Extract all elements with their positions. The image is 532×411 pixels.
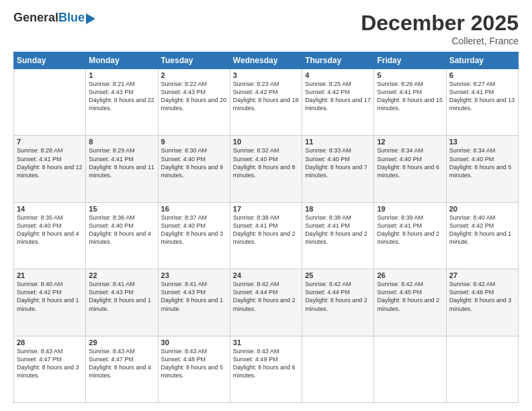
cell-info: Sunrise: 8:30 AMSunset: 4:40 PMDaylight:… — [161, 146, 227, 179]
calendar-cell — [374, 336, 446, 402]
col-sunday: Sunday — [14, 52, 86, 69]
cell-info: Sunrise: 8:43 AMSunset: 4:47 PMDaylight:… — [89, 347, 154, 380]
day-number: 8 — [89, 138, 154, 146]
day-number: 16 — [161, 205, 227, 213]
cell-info: Sunrise: 8:34 AMSunset: 4:40 PMDaylight:… — [377, 146, 443, 179]
cell-info: Sunrise: 8:42 AMSunset: 4:45 PMDaylight:… — [377, 280, 443, 313]
day-number: 21 — [17, 271, 83, 279]
cell-info: Sunrise: 8:22 AMSunset: 4:43 PMDaylight:… — [161, 80, 227, 113]
logo: General Blue — [13, 11, 95, 25]
day-number: 6 — [449, 71, 515, 79]
day-number: 4 — [305, 71, 371, 79]
day-number: 11 — [305, 138, 371, 146]
day-number: 27 — [449, 271, 515, 279]
cell-info: Sunrise: 8:34 AMSunset: 4:40 PMDaylight:… — [449, 146, 515, 179]
calendar-cell: 2Sunrise: 8:22 AMSunset: 4:43 PMDaylight… — [158, 69, 230, 136]
calendar-cell — [446, 336, 518, 402]
cell-info: Sunrise: 8:40 AMSunset: 4:42 PMDaylight:… — [449, 214, 515, 246]
cell-info: Sunrise: 8:43 AMSunset: 4:47 PMDaylight:… — [17, 347, 83, 380]
calendar-cell: 26Sunrise: 8:42 AMSunset: 4:45 PMDayligh… — [374, 269, 446, 336]
calendar-cell: 16Sunrise: 8:37 AMSunset: 4:40 PMDayligh… — [158, 202, 230, 269]
col-friday: Friday — [374, 52, 446, 69]
calendar-cell: 17Sunrise: 8:38 AMSunset: 4:41 PMDayligh… — [230, 202, 302, 269]
calendar-cell: 20Sunrise: 8:40 AMSunset: 4:42 PMDayligh… — [446, 202, 518, 269]
calendar-cell: 22Sunrise: 8:41 AMSunset: 4:43 PMDayligh… — [86, 269, 158, 336]
col-saturday: Saturday — [446, 52, 518, 69]
calendar-cell: 23Sunrise: 8:41 AMSunset: 4:43 PMDayligh… — [158, 269, 230, 336]
cell-info: Sunrise: 8:40 AMSunset: 4:42 PMDaylight:… — [17, 280, 83, 313]
location: Colleret, France — [361, 36, 519, 46]
calendar-cell: 9Sunrise: 8:30 AMSunset: 4:40 PMDaylight… — [158, 136, 230, 202]
col-thursday: Thursday — [302, 52, 374, 69]
cell-info: Sunrise: 8:29 AMSunset: 4:41 PMDaylight:… — [89, 146, 154, 179]
logo-blue: Blue — [58, 11, 85, 25]
calendar-cell: 28Sunrise: 8:43 AMSunset: 4:47 PMDayligh… — [14, 336, 86, 402]
calendar-cell: 13Sunrise: 8:34 AMSunset: 4:40 PMDayligh… — [446, 136, 518, 202]
calendar-cell: 27Sunrise: 8:42 AMSunset: 4:46 PMDayligh… — [446, 269, 518, 336]
calendar-cell: 31Sunrise: 8:43 AMSunset: 4:49 PMDayligh… — [230, 336, 302, 402]
calendar-week-0: 1Sunrise: 8:21 AMSunset: 4:43 PMDaylight… — [14, 69, 519, 136]
calendar-cell: 3Sunrise: 8:23 AMSunset: 4:42 PMDaylight… — [230, 69, 302, 136]
logo-general: General — [13, 11, 58, 25]
calendar-week-4: 28Sunrise: 8:43 AMSunset: 4:47 PMDayligh… — [14, 336, 519, 402]
calendar-cell: 10Sunrise: 8:32 AMSunset: 4:40 PMDayligh… — [230, 136, 302, 202]
calendar-week-2: 14Sunrise: 8:35 AMSunset: 4:40 PMDayligh… — [14, 202, 519, 269]
calendar-cell: 1Sunrise: 8:21 AMSunset: 4:43 PMDaylight… — [86, 69, 158, 136]
calendar-cell — [14, 69, 86, 136]
cell-info: Sunrise: 8:38 AMSunset: 4:41 PMDaylight:… — [305, 214, 371, 246]
calendar-cell: 19Sunrise: 8:39 AMSunset: 4:41 PMDayligh… — [374, 202, 446, 269]
calendar-cell: 14Sunrise: 8:35 AMSunset: 4:40 PMDayligh… — [14, 202, 86, 269]
col-monday: Monday — [86, 52, 158, 69]
day-number: 9 — [161, 138, 227, 146]
calendar-cell: 21Sunrise: 8:40 AMSunset: 4:42 PMDayligh… — [14, 269, 86, 336]
logo-arrow-icon — [86, 13, 95, 24]
cell-info: Sunrise: 8:38 AMSunset: 4:41 PMDaylight:… — [233, 214, 299, 246]
day-number: 3 — [233, 71, 299, 79]
calendar-cell: 30Sunrise: 8:43 AMSunset: 4:48 PMDayligh… — [158, 336, 230, 402]
day-number: 24 — [233, 271, 299, 279]
col-tuesday: Tuesday — [158, 52, 230, 69]
cell-info: Sunrise: 8:32 AMSunset: 4:40 PMDaylight:… — [233, 146, 299, 179]
day-number: 5 — [377, 71, 443, 79]
cell-info: Sunrise: 8:41 AMSunset: 4:43 PMDaylight:… — [89, 280, 154, 313]
cell-info: Sunrise: 8:41 AMSunset: 4:43 PMDaylight:… — [161, 280, 227, 313]
day-number: 31 — [233, 338, 299, 347]
day-number: 23 — [161, 271, 227, 279]
cell-info: Sunrise: 8:42 AMSunset: 4:44 PMDaylight:… — [233, 280, 299, 313]
cell-info: Sunrise: 8:23 AMSunset: 4:42 PMDaylight:… — [233, 80, 299, 113]
calendar-cell — [302, 336, 374, 402]
cell-info: Sunrise: 8:36 AMSunset: 4:40 PMDaylight:… — [89, 214, 154, 246]
day-number: 28 — [17, 338, 83, 347]
day-number: 15 — [89, 205, 154, 213]
day-number: 17 — [233, 205, 299, 213]
day-number: 26 — [377, 271, 443, 279]
calendar-cell: 11Sunrise: 8:33 AMSunset: 4:40 PMDayligh… — [302, 136, 374, 202]
calendar-cell: 29Sunrise: 8:43 AMSunset: 4:47 PMDayligh… — [86, 336, 158, 402]
day-number: 7 — [17, 138, 83, 146]
calendar-cell: 24Sunrise: 8:42 AMSunset: 4:44 PMDayligh… — [230, 269, 302, 336]
day-number: 19 — [377, 205, 443, 213]
day-number: 10 — [233, 138, 299, 146]
month-title: December 2025 — [361, 11, 519, 36]
day-number: 22 — [89, 271, 154, 279]
calendar: Sunday Monday Tuesday Wednesday Thursday… — [13, 52, 519, 403]
calendar-cell: 15Sunrise: 8:36 AMSunset: 4:40 PMDayligh… — [86, 202, 158, 269]
cell-info: Sunrise: 8:42 AMSunset: 4:46 PMDaylight:… — [449, 280, 515, 313]
calendar-cell: 5Sunrise: 8:26 AMSunset: 4:41 PMDaylight… — [374, 69, 446, 136]
calendar-cell: 7Sunrise: 8:28 AMSunset: 4:41 PMDaylight… — [14, 136, 86, 202]
day-number: 30 — [161, 338, 227, 347]
day-number: 29 — [89, 338, 154, 347]
calendar-week-1: 7Sunrise: 8:28 AMSunset: 4:41 PMDaylight… — [14, 136, 519, 202]
calendar-week-3: 21Sunrise: 8:40 AMSunset: 4:42 PMDayligh… — [14, 269, 519, 336]
calendar-cell: 4Sunrise: 8:25 AMSunset: 4:42 PMDaylight… — [302, 69, 374, 136]
calendar-cell: 6Sunrise: 8:27 AMSunset: 4:41 PMDaylight… — [446, 69, 518, 136]
cell-info: Sunrise: 8:26 AMSunset: 4:41 PMDaylight:… — [377, 80, 443, 113]
day-number: 2 — [161, 71, 227, 79]
day-number: 25 — [305, 271, 371, 279]
day-number: 20 — [449, 205, 515, 213]
cell-info: Sunrise: 8:33 AMSunset: 4:40 PMDaylight:… — [305, 146, 371, 179]
cell-info: Sunrise: 8:43 AMSunset: 4:48 PMDaylight:… — [161, 347, 227, 380]
cell-info: Sunrise: 8:21 AMSunset: 4:43 PMDaylight:… — [89, 80, 154, 113]
day-number: 1 — [89, 71, 154, 79]
day-number: 18 — [305, 205, 371, 213]
